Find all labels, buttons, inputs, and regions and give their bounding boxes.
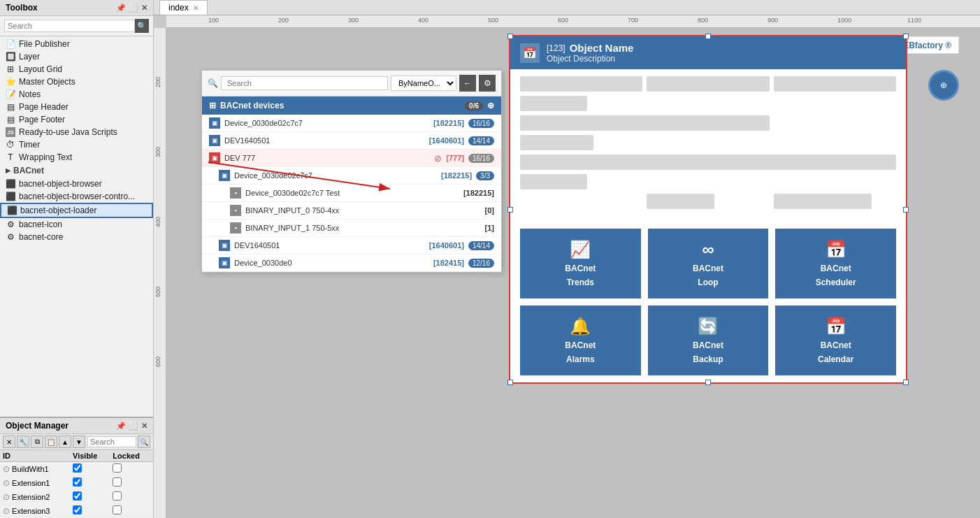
bacnet-device-row[interactable]: ▪ BINARY_INPUT_0 750-4xx [0] xyxy=(202,202,501,220)
visible-checkbox[interactable] xyxy=(73,491,82,501)
resize-handle-rm[interactable] xyxy=(903,207,909,213)
resize-handle-tm[interactable] xyxy=(705,34,711,39)
bacnet-calendar-button[interactable]: 📅 BACnet Calendar xyxy=(775,305,896,375)
obj-field-10 xyxy=(774,194,872,209)
sub-device-icon: ▪ xyxy=(230,205,241,216)
toolbox-item-layer[interactable]: 🔲 Layer xyxy=(0,50,153,63)
bacnet-back-button[interactable]: ← xyxy=(459,75,476,92)
bacnet-scheduler-button[interactable]: 📅 BACnet Scheduler xyxy=(775,229,896,298)
om-row-locked[interactable] xyxy=(110,462,153,476)
locked-checkbox[interactable] xyxy=(113,477,122,487)
ruler-tick-300v: 300 xyxy=(154,147,161,157)
resize-handle-tl[interactable] xyxy=(507,34,513,39)
bacnet-device-row[interactable]: ▪ BINARY_INPUT_1 750-5xx [1] xyxy=(202,220,501,237)
om-row-locked[interactable] xyxy=(110,490,153,504)
om-row-visible[interactable] xyxy=(70,462,110,476)
obj-field-7 xyxy=(520,154,896,170)
bacnet-device-row[interactable]: ▪ Device_0030de02c7c7 Test [182215] xyxy=(202,185,501,202)
bacnet-object-loader-icon: ⬛ xyxy=(7,206,17,215)
obj-field-empty8 xyxy=(520,194,642,209)
bacnet-alarms-button[interactable]: 🔔 BACnet Alarms xyxy=(520,305,641,375)
bacnet-filter-dropdown[interactable]: ByNameO... xyxy=(391,75,456,91)
toolbox-header-icons[interactable]: 📌 ⬜ ✕ xyxy=(116,3,147,13)
object-calendar-icon: 📅 xyxy=(520,43,540,63)
bacnet-backup-button[interactable]: 🔄 BACnet Backup xyxy=(648,305,769,375)
toolbox-item-java-scripts[interactable]: JS Ready-to-use Java Scripts xyxy=(0,126,153,138)
toolbox-item-notes[interactable]: 📝 Notes xyxy=(0,88,153,101)
toolbox-item-bacnet-object-browser-control[interactable]: ⬛ bacnet-object-browser-contro... xyxy=(0,190,153,203)
bacnet-settings-button[interactable]: ⚙ xyxy=(479,75,496,92)
om-search-input[interactable] xyxy=(87,436,136,447)
om-copy-button[interactable]: ⧉ xyxy=(31,436,43,448)
om-pin-icon[interactable]: 📌 xyxy=(116,422,126,431)
toolbox-item-page-header[interactable]: ▤ Page Header xyxy=(0,101,153,113)
resize-handle-br[interactable] xyxy=(903,380,909,385)
toolbox-item-bacnet-core[interactable]: ⚙ bacnet-core xyxy=(0,231,153,243)
tab-close-icon[interactable]: ✕ xyxy=(193,4,199,12)
toolbox-search-button[interactable]: 🔍 xyxy=(135,19,149,33)
om-down-button[interactable]: ▼ xyxy=(73,436,85,448)
om-row-visible[interactable] xyxy=(70,490,110,504)
resize-handle-lm[interactable] xyxy=(507,207,513,213)
toolbox-item-bacnet-icon[interactable]: ⚙ bacnet-icon xyxy=(0,218,153,231)
bacnet-device-row[interactable]: ▣ DEV1640501 [1640601] 14/14 xyxy=(202,237,501,254)
bacnet-device-row-error[interactable]: ▣ DEV 777 ⊘ [777] 16/16 xyxy=(202,150,501,167)
resize-handle-bl[interactable] xyxy=(507,380,513,385)
om-close-icon[interactable]: ✕ xyxy=(141,422,147,431)
bacnet-device-row[interactable]: ▣ Device_0030de02c7c7 [182215] 3/3 xyxy=(202,167,501,185)
table-row: ⊙ Extension1 xyxy=(0,476,153,490)
bacnet-device-row[interactable]: ▣ DEV1640501 [1640601] 14/14 xyxy=(202,132,501,150)
bacnet-device-row[interactable]: ▣ Device_0030de0 [182415] 12/16 xyxy=(202,254,501,272)
bacnet-trends-button[interactable]: 📈 BACnet Trends xyxy=(520,229,641,298)
obj-field-empty xyxy=(647,96,769,111)
float-icon[interactable]: ⬜ xyxy=(129,3,138,13)
bacnet-devices-icon: ⊞ xyxy=(209,101,216,110)
visible-checkbox[interactable] xyxy=(73,477,82,487)
locked-checkbox[interactable] xyxy=(113,463,122,473)
om-close-button[interactable]: ✕ xyxy=(3,436,15,448)
ruler-tick-1000: 1000 xyxy=(837,17,851,24)
obj-field-5 xyxy=(520,115,770,131)
resize-handle-tr[interactable] xyxy=(903,34,909,39)
object-manager-header-icons[interactable]: 📌 ⬜ ✕ xyxy=(116,422,147,431)
bacnet-expand-icon[interactable]: ⊕ xyxy=(487,101,494,110)
close-icon[interactable]: ✕ xyxy=(141,3,147,13)
obj-buttons-row1: 📈 BACnet Trends ∞ BACnet Loop 📅 BACnet S… xyxy=(510,222,906,305)
bacnet-device-row[interactable]: ▣ Device_0030de02c7c7 [182215] 16/16 xyxy=(202,115,501,132)
alarms-label: BACnet xyxy=(565,340,596,350)
toolbox-item-wrapping-text[interactable]: T Wrapping Text xyxy=(0,151,153,164)
tab-index[interactable]: index ✕ xyxy=(159,0,208,15)
row-icon: ⊙ xyxy=(3,506,10,516)
toolbox-item-page-footer[interactable]: ▤ Page Footer xyxy=(0,113,153,126)
toolbox-item-label: bacnet-object-browser xyxy=(19,179,102,189)
bacnet-section[interactable]: ▶ BACnet xyxy=(0,164,153,178)
bacnet-search-input[interactable] xyxy=(221,76,388,90)
om-row-visible[interactable] xyxy=(70,476,110,490)
bacnet-devices-panel: 🔍 ByNameO... ← ⚙ ⊞ BACnet devices 0/6 xyxy=(201,70,502,273)
om-row-locked[interactable] xyxy=(110,504,153,518)
visible-checkbox[interactable] xyxy=(73,505,82,515)
toolbox-item-bacnet-object-browser[interactable]: ⬛ bacnet-object-browser xyxy=(0,178,153,190)
om-paste-button[interactable]: 📋 xyxy=(45,436,57,448)
om-settings-button[interactable]: 🔧 xyxy=(17,436,29,448)
om-col-locked: Locked xyxy=(110,450,153,462)
obj-field-3 xyxy=(774,76,896,92)
om-up-button[interactable]: ▲ xyxy=(59,436,71,448)
toolbox-item-file-publisher[interactable]: 📄 File Publisher xyxy=(0,38,153,50)
om-search-button[interactable]: 🔍 xyxy=(138,436,150,448)
resize-handle-bm[interactable] xyxy=(705,380,711,385)
toolbox-item-master-objects[interactable]: ⭐ Master Objects xyxy=(0,75,153,88)
locked-checkbox[interactable] xyxy=(113,505,122,515)
toolbox-item-timer[interactable]: ⏱ Timer xyxy=(0,138,153,151)
toolbox-search-input[interactable] xyxy=(4,20,135,32)
locked-checkbox[interactable] xyxy=(113,491,122,501)
toolbox-item-layout-grid[interactable]: ⊞ Layout Grid xyxy=(0,63,153,75)
bacnet-loop-button[interactable]: ∞ BACnet Loop xyxy=(648,229,769,298)
om-row-visible[interactable] xyxy=(70,504,110,518)
om-float-icon[interactable]: ⬜ xyxy=(129,422,138,431)
ruler-tick-500v: 500 xyxy=(154,287,161,297)
pin-icon[interactable]: 📌 xyxy=(116,3,126,13)
om-row-locked[interactable] xyxy=(110,476,153,490)
visible-checkbox[interactable] xyxy=(73,463,82,473)
toolbox-item-bacnet-object-loader[interactable]: ⬛ bacnet-object-loader xyxy=(0,203,153,218)
